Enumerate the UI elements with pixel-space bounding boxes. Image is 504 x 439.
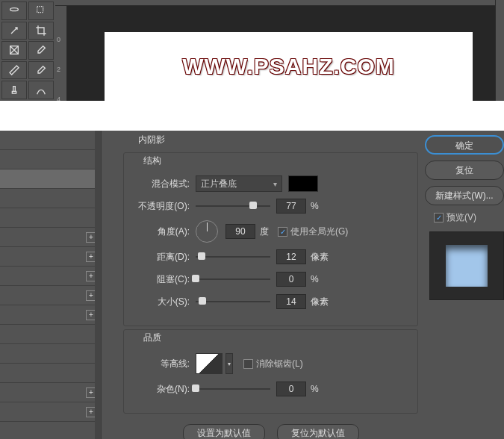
size-input[interactable] <box>276 294 306 309</box>
angle-dial[interactable] <box>196 220 218 243</box>
quick-select-tool[interactable] <box>28 1 54 20</box>
list-item-active[interactable] <box>0 169 101 189</box>
size-row: 大小(S): 像素 <box>133 293 408 311</box>
list-item[interactable] <box>0 325 101 344</box>
contour-dropdown[interactable]: ▾ <box>225 353 233 374</box>
choke-row: 阻塞(C): % <box>133 270 408 288</box>
contour-row: 等高线: ▾ 消除锯齿(L) <box>133 352 408 376</box>
preview-checkbox[interactable] <box>434 213 444 222</box>
lasso-tool[interactable] <box>1 1 27 20</box>
ruler-mark: 0 <box>57 36 60 43</box>
workspace-top: 0 2 4 WWW.PSAHZ.COM <box>0 0 504 101</box>
contour-label: 等高线: <box>133 358 196 370</box>
noise-slider[interactable] <box>196 382 270 396</box>
distance-unit: 像素 <box>311 251 329 264</box>
canvas-text-layer: WWW.PSAHZ.COM <box>182 54 395 79</box>
antialias-label: 消除锯齿(L) <box>256 358 303 370</box>
cancel-button[interactable]: 复位 <box>425 161 504 180</box>
magic-wand-tool[interactable] <box>1 22 27 40</box>
choke-label: 阻塞(C): <box>133 273 196 286</box>
canvas-viewport: WWW.PSAHZ.COM <box>67 6 495 101</box>
list-item[interactable] <box>0 344 101 364</box>
list-item[interactable]: + <box>0 305 101 325</box>
distance-input[interactable] <box>276 249 306 264</box>
list-item[interactable] <box>0 189 101 208</box>
noise-input[interactable] <box>276 382 306 396</box>
section-title: 内阴影 <box>123 131 418 149</box>
gap <box>0 101 504 132</box>
ruler-vertical: 0 2 4 <box>55 6 67 101</box>
list-item[interactable]: + <box>0 402 101 422</box>
angle-label: 角度(A): <box>133 225 196 238</box>
list-item[interactable] <box>0 208 101 228</box>
ruler-horizontal <box>55 0 504 6</box>
choke-slider[interactable] <box>196 272 270 287</box>
brush-tool[interactable] <box>28 61 54 80</box>
ruler-mark: 2 <box>57 66 60 73</box>
noise-label: 杂色(N): <box>133 383 196 396</box>
preview-label: 预览(V) <box>447 211 476 224</box>
list-item[interactable]: + <box>0 228 101 247</box>
size-label: 大小(S): <box>133 296 196 308</box>
opacity-input[interactable] <box>276 199 306 214</box>
angle-input[interactable] <box>225 224 255 239</box>
preview-box <box>429 231 504 300</box>
list-item[interactable]: + <box>0 247 101 267</box>
ok-button[interactable]: 确定 <box>425 135 504 155</box>
svg-rect-0 <box>37 7 43 13</box>
global-light-label: 使用全局光(G) <box>290 225 348 238</box>
canvas-document[interactable]: WWW.PSAHZ.COM <box>105 32 473 101</box>
blend-mode-row: 混合模式: 正片叠底 <box>133 175 408 193</box>
inner-shadow-panel: 内阴影 结构 混合模式: 正片叠底 不透明度(O): % 角度(A): 度 使用… <box>123 131 418 439</box>
distance-row: 距离(D): 像素 <box>133 248 408 266</box>
list-item[interactable]: + <box>0 267 101 286</box>
opacity-unit: % <box>311 201 319 211</box>
stamp-tool[interactable] <box>1 81 27 99</box>
noise-unit: % <box>311 384 319 394</box>
noise-row: 杂色(N): % <box>133 380 408 398</box>
antialias-checkbox[interactable] <box>243 359 253 369</box>
list-item[interactable] <box>0 150 101 169</box>
distance-slider[interactable] <box>196 249 270 264</box>
tools-panel <box>0 0 55 101</box>
structure-label: 结构 <box>133 153 408 170</box>
right-panels-edge <box>495 0 504 101</box>
blend-mode-label: 混合模式: <box>133 178 196 190</box>
ruler-tool[interactable] <box>1 61 27 80</box>
frame-tool[interactable] <box>1 41 27 60</box>
new-style-button[interactable]: 新建样式(W)... <box>425 186 504 205</box>
list-item[interactable]: + <box>0 286 101 305</box>
dialog-right-panel: 确定 复位 新建样式(W)... 预览(V) <box>425 135 504 300</box>
choke-input[interactable] <box>276 272 306 287</box>
size-slider[interactable] <box>196 294 270 309</box>
preview-swatch <box>446 245 488 287</box>
quality-label: 品质 <box>133 330 408 347</box>
eyedropper-tool[interactable] <box>28 41 54 60</box>
styles-scrollbar[interactable] <box>95 131 101 439</box>
distance-label: 距离(D): <box>133 251 196 264</box>
list-item[interactable] <box>0 364 101 383</box>
opacity-row: 不透明度(O): % <box>133 197 408 215</box>
opacity-slider[interactable] <box>196 199 270 214</box>
contour-swatch[interactable] <box>196 353 223 374</box>
reset-default-button[interactable]: 复位为默认值 <box>277 424 359 439</box>
choke-unit: % <box>311 274 319 284</box>
list-item[interactable] <box>0 131 101 150</box>
styles-list: + + + + + + + <box>0 131 102 439</box>
size-unit: 像素 <box>311 296 329 308</box>
history-brush-tool[interactable] <box>28 81 54 99</box>
angle-unit: 度 <box>260 225 269 238</box>
make-default-button[interactable]: 设置为默认值 <box>183 424 265 439</box>
list-item[interactable]: + <box>0 383 101 402</box>
blend-mode-select[interactable]: 正片叠底 <box>196 175 282 192</box>
layer-style-dialog: + + + + + + + 内阴影 结构 混合模式: 正片叠底 不透明度(O):… <box>0 131 504 439</box>
global-light-checkbox[interactable] <box>278 227 287 237</box>
crop-tool[interactable] <box>28 22 54 40</box>
angle-row: 角度(A): 度 使用全局光(G) <box>133 220 408 243</box>
shadow-color-swatch[interactable] <box>288 175 318 192</box>
opacity-label: 不透明度(O): <box>133 200 196 213</box>
